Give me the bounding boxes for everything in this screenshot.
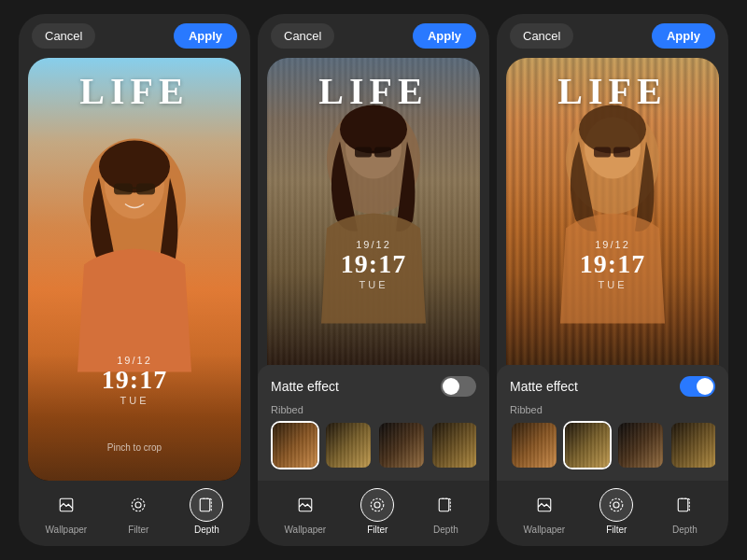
- panel-2-day: TUE: [267, 279, 480, 290]
- filter-label-3: Filter: [606, 525, 627, 535]
- panel-1-clock: 19/12 19:17 TUE: [28, 355, 241, 406]
- panel-1-content: LIFE 19/12 19:17 TUE Pinch to crop: [19, 58, 250, 481]
- panel-2-cancel-button[interactable]: Cancel: [271, 23, 334, 49]
- panel-3-ribbed-thumbs: [510, 421, 715, 473]
- panel-1-wallpaper-button[interactable]: Wallpaper: [46, 488, 88, 535]
- panel-1-depth-button[interactable]: Depth: [190, 488, 223, 535]
- wallpaper-label-2: Wallpaper: [285, 525, 327, 535]
- panel-3-filter-button[interactable]: Filter: [599, 488, 633, 535]
- panel-2-wallpaper-button[interactable]: Wallpaper: [285, 488, 327, 535]
- panel-2-header: Cancel Apply: [258, 14, 489, 58]
- panel-1-header: Cancel Apply: [19, 14, 250, 58]
- panel-3-matte-label: Matte effect: [510, 379, 578, 394]
- panel-3-thumb-2-ribbed: [565, 423, 610, 468]
- svg-point-7: [135, 502, 141, 508]
- panel-2-life-text: LIFE: [267, 69, 480, 113]
- panel-2-phone: LIFE 19/12 19:17 TUE: [267, 58, 480, 365]
- panel-1-filter-button[interactable]: Filter: [121, 488, 155, 535]
- depth-label-1: Depth: [194, 525, 219, 535]
- panel-3-thumb-3[interactable]: [616, 421, 665, 469]
- svg-point-26: [613, 502, 619, 508]
- panel-3-time: 19:17: [506, 250, 719, 279]
- wallpaper-icon-2: [289, 488, 322, 522]
- panel-2-filter-button[interactable]: Filter: [360, 488, 394, 535]
- panel-2-toggle-knob: [443, 378, 459, 395]
- panel-3-toggle-knob: [697, 378, 713, 395]
- panel-3-depth-button[interactable]: Depth: [668, 488, 701, 535]
- filter-label-2: Filter: [367, 525, 388, 535]
- svg-rect-23: [594, 147, 611, 158]
- panel-2-matte-toggle[interactable]: [441, 376, 476, 397]
- panel-1-wallpaper: LIFE 19/12 19:17 TUE Pinch to crop: [28, 58, 241, 481]
- panel-3-thumb-4-ribbed: [671, 423, 715, 468]
- panel-1-life-text: LIFE: [28, 69, 241, 113]
- panel-3-cancel-button[interactable]: Cancel: [510, 23, 573, 49]
- panel-1-date: 19/12: [28, 355, 241, 366]
- panel-2-date: 19/12: [267, 239, 480, 250]
- panel-2-depth-button[interactable]: Depth: [429, 488, 462, 535]
- panel-3-date: 19/12: [506, 239, 719, 250]
- filter-icon-1: [121, 488, 155, 522]
- svg-rect-24: [613, 147, 630, 158]
- filter-label-1: Filter: [128, 525, 148, 535]
- panel-3-phone: LIFE 19/12 19:17 TUE: [506, 58, 719, 365]
- panel-3-clock: 19/12 19:17 TUE: [506, 239, 719, 290]
- svg-rect-28: [679, 498, 689, 511]
- panel-3-apply-button[interactable]: Apply: [652, 23, 715, 49]
- wallpaper-icon-1: [49, 488, 83, 522]
- panel-2-thumb-4[interactable]: [430, 421, 476, 469]
- svg-point-18: [372, 498, 385, 511]
- panel-1: Cancel Apply: [19, 14, 250, 546]
- panel-3-thumb-4[interactable]: [669, 421, 715, 469]
- svg-rect-4: [136, 184, 155, 195]
- panel-3-wallpaper: LIFE 19/12 19:17 TUE: [506, 58, 719, 365]
- panel-2: Cancel Apply: [258, 14, 489, 546]
- panel-2-time: 19:17: [267, 250, 480, 279]
- svg-point-2: [99, 141, 170, 193]
- panel-3-toolbar: Wallpaper Filter Depth: [497, 481, 728, 546]
- svg-rect-19: [440, 498, 450, 511]
- panel-2-matte-row: Matte effect: [271, 376, 476, 397]
- panel-1-day: TUE: [28, 395, 241, 406]
- svg-point-8: [133, 498, 146, 511]
- filter-icon-3: [599, 488, 633, 522]
- panel-1-time: 19:17: [28, 366, 241, 395]
- panel-2-thumb-3[interactable]: [377, 421, 426, 469]
- panel-2-ribbed-label: Ribbed: [271, 404, 476, 415]
- wallpaper-icon-3: [528, 488, 561, 522]
- filter-icon-2: [360, 488, 394, 522]
- panel-2-thumb-2-ribbed: [326, 423, 371, 468]
- svg-point-27: [611, 498, 624, 511]
- panel-3-content: LIFE 19/12 19:17 TUE Matte effect Ribbe: [497, 58, 728, 481]
- svg-rect-3: [114, 184, 133, 195]
- panel-3-ribbed-label: Ribbed: [510, 404, 715, 415]
- depth-icon-1: [190, 488, 223, 522]
- panel-2-ribbed-thumbs: [271, 421, 476, 473]
- panel-1-phone: LIFE 19/12 19:17 TUE Pinch to crop: [28, 58, 241, 481]
- panel-3-matte-panel: Matte effect Ribbed: [497, 365, 728, 481]
- panel-3-thumb-1-ribbed: [512, 423, 557, 468]
- depth-label-2: Depth: [433, 525, 458, 535]
- panels-container: Cancel Apply: [0, 0, 747, 560]
- depth-icon-2: [429, 488, 462, 522]
- panel-3-matte-row: Matte effect: [510, 376, 715, 397]
- panel-1-cancel-button[interactable]: Cancel: [32, 23, 95, 49]
- panel-1-apply-button[interactable]: Apply: [174, 23, 237, 49]
- svg-point-17: [374, 502, 380, 508]
- panel-3-header: Cancel Apply: [497, 14, 728, 58]
- panel-2-thumb-1[interactable]: [271, 421, 319, 469]
- panel-3-thumb-1[interactable]: [510, 421, 558, 469]
- panel-2-wallpaper: LIFE 19/12 19:17 TUE: [267, 58, 480, 365]
- panel-3-wallpaper-button[interactable]: Wallpaper: [524, 488, 566, 535]
- svg-rect-14: [374, 147, 391, 158]
- panel-3-life-text: LIFE: [506, 69, 719, 113]
- panel-2-apply-button[interactable]: Apply: [413, 23, 476, 49]
- svg-rect-13: [355, 147, 372, 158]
- panel-3-matte-toggle[interactable]: [680, 376, 715, 397]
- panel-2-thumb-2[interactable]: [324, 421, 373, 469]
- wallpaper-label-1: Wallpaper: [46, 525, 88, 535]
- panel-3-thumb-2[interactable]: [563, 421, 612, 469]
- depth-icon-3: [668, 488, 701, 522]
- svg-rect-9: [201, 498, 211, 511]
- panel-2-content: LIFE 19/12 19:17 TUE Matte effect Ribbe: [258, 58, 489, 481]
